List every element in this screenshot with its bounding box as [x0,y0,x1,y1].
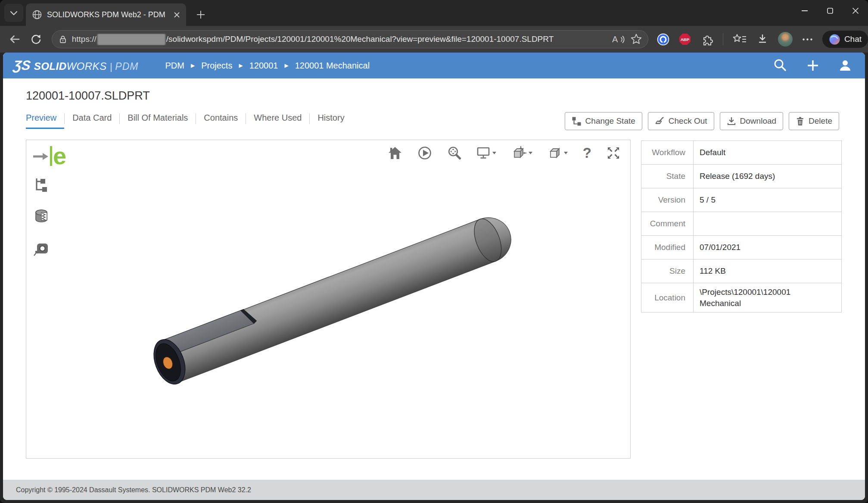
extensions-puzzle-icon[interactable] [700,33,714,46]
extensions-row: ABP [657,31,868,48]
property-label: Workflow [641,141,694,165]
tab-actions-menu-button[interactable] [4,4,23,22]
tab-contains[interactable]: Contains [196,113,246,129]
file-actions: Change State Check Out Download [565,112,839,130]
refresh-button[interactable] [28,31,44,47]
globe-icon [32,9,42,20]
minimize-icon [801,7,808,14]
svg-text:e: e [53,144,66,168]
tab-close-icon[interactable] [174,12,180,18]
display-mode-dropdown[interactable] [476,146,497,160]
refresh-icon [30,34,42,45]
measure-button[interactable] [33,240,50,256]
url-redacted-segment [97,34,165,45]
change-state-button[interactable]: Change State [565,112,642,130]
help-button[interactable]: ? [583,145,591,161]
toolbar-divider [723,33,723,45]
add-button[interactable] [806,59,819,72]
close-icon [852,7,859,14]
header-icons [773,58,852,73]
breadcrumb-120001[interactable]: 120001 [249,61,278,71]
pdm-web-page: ƷS SOLID WORKS | PDM PDM ▶ Projects ▶ 12… [3,53,865,500]
play-icon [417,146,432,160]
tab-history[interactable]: History [310,113,352,129]
tab-data-card[interactable]: Data Card [65,113,119,129]
tab-bill-of-materials[interactable]: Bill Of Materials [120,113,196,129]
new-tab-button[interactable] [193,7,208,22]
part-3d-view[interactable] [26,140,630,458]
back-arrow-icon [9,33,21,45]
orientation-dropdown[interactable] [511,146,533,160]
property-label: Comment [641,212,694,236]
copyright-text: Copyright © 1995-2024 Dassault Systemes.… [16,486,251,494]
fullscreen-button[interactable] [606,146,621,160]
home-view-button[interactable] [387,146,403,160]
browser-tab[interactable]: SOLIDWORKS PDM Web2 - PDM [26,3,186,26]
close-button[interactable] [843,0,868,22]
breadcrumb-arrow-icon: ▶ [191,62,195,69]
downloads-icon[interactable] [756,33,769,46]
read-aloud-icon[interactable]: A [611,33,625,45]
cube-rotate-icon [511,146,527,160]
breadcrumb-arrow-icon: ▶ [284,62,288,69]
delete-button[interactable]: Delete [789,112,839,130]
property-value: 07/01/2021 [694,236,842,259]
screen: SOLIDWORKS PDM Web2 - PDM [0,0,868,503]
breadcrumb-projects[interactable]: Projects [201,61,232,71]
file-properties-table: Workflow Default State Release (1692 day… [641,141,842,312]
address-bar[interactable]: https:// /solidworkspdm/PDM/Projects/120… [52,30,648,48]
tab-title: SOLIDWORKS PDM Web2 - PDM [47,10,169,19]
table-row: Version 5 / 5 [641,188,842,212]
password-manager-extension-icon[interactable] [657,33,669,46]
minimize-button[interactable] [792,0,817,22]
dassault-logo-mark: ƷS [12,58,31,73]
property-label: Size [641,259,694,283]
url-path: /solidworkspdm/PDM/Projects/120001/12000… [166,34,554,44]
tab-where-used[interactable]: Where Used [246,113,309,129]
breadcrumb-pdm[interactable]: PDM [165,61,184,71]
breadcrumb: PDM ▶ Projects ▶ 120001 ▶ 120001 Mechani… [165,61,370,71]
search-button[interactable] [773,58,787,73]
adblock-extension-icon[interactable]: ABP [678,33,691,46]
property-label: Version [641,188,694,212]
viewer-toolbar: ? [387,145,621,161]
pdm-header: ƷS SOLID WORKS | PDM PDM ▶ Projects ▶ 12… [3,53,865,78]
plus-icon [806,59,819,72]
fullscreen-icon [606,146,621,160]
table-row: Workflow Default [641,141,842,165]
property-value [694,212,842,236]
logo-works: WORKS [66,60,106,72]
download-button[interactable]: Download [720,112,784,130]
delete-label: Delete [809,116,832,126]
logo-separator: | [110,61,112,72]
user-account-button[interactable] [838,59,852,72]
maximize-button[interactable] [817,0,843,22]
chat-label: Chat [844,34,862,44]
back-button[interactable] [7,31,22,47]
download-icon [727,116,736,126]
monitor-icon [476,146,491,160]
view-style-dropdown[interactable] [548,146,568,160]
copilot-chat-button[interactable]: Chat [822,31,868,48]
copilot-icon [829,34,840,45]
chevron-down-icon [529,151,533,155]
check-out-button[interactable]: Check Out [648,112,714,130]
table-row: Location \Projects\120001\120001 Mechani… [641,283,842,312]
play-animation-button[interactable] [417,146,432,160]
tab-preview[interactable]: Preview [26,113,64,129]
favorites-bar-icon[interactable] [732,33,747,46]
page-title: 120001-10007.SLDPRT [26,89,150,103]
edrawings-preview-panel[interactable]: e [26,140,631,459]
table-row: Comment [641,212,842,236]
search-icon [773,58,787,73]
edrawings-logo: e [31,144,75,169]
breadcrumb-120001-mechanical[interactable]: 120001 Mechanical [295,61,370,71]
components-tree-button[interactable] [33,177,50,193]
section-view-button[interactable] [33,208,50,225]
settings-more-icon[interactable] [802,34,813,45]
profile-avatar[interactable] [778,32,793,47]
zoom-fit-button[interactable] [447,146,461,160]
page-footer: Copyright © 1995-2024 Dassault Systemes.… [3,480,865,500]
favorite-star-icon[interactable] [630,33,643,46]
viewer-side-tools [33,177,50,256]
